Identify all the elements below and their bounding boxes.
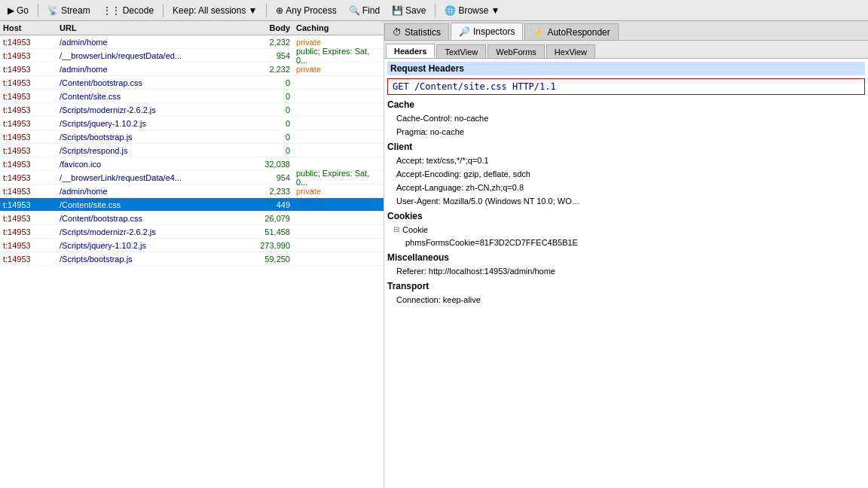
list-item-url: /Content/bootstrap.css: [57, 214, 240, 223]
header-item-0-1: Pragma: no-cache: [387, 125, 865, 139]
list-item-url: /Scripts/jquery-1.10.2.js: [57, 119, 240, 128]
list-item-body: 0: [240, 146, 293, 155]
list-item-url: /Content/bootstrap.css: [57, 78, 240, 87]
section-label-1: Client: [387, 142, 865, 152]
list-item[interactable]: t:14953/Scripts/jquery-1.10.2.js273,990: [0, 239, 384, 252]
cookie-value: phmsFormsCookie=81F3D2CD7FFEC4B5B1E: [387, 236, 865, 249]
list-item-host: t:14953: [0, 51, 57, 60]
list-item-url: /Scripts/modernizr-2.6.2.js: [57, 105, 240, 114]
list-item[interactable]: t:14953/Content/bootstrap.css26,079: [0, 212, 384, 225]
tab-textview[interactable]: TextView: [436, 44, 486, 58]
list-item-body: 51,458: [240, 227, 293, 236]
find-icon: 🔍: [349, 5, 360, 16]
any-process-button[interactable]: ⊕ Any Process: [271, 4, 341, 17]
list-item-url: /Scripts/respond.js: [57, 146, 240, 155]
list-item-body: 0: [240, 78, 293, 87]
tab-autoresponder[interactable]: ⚡ AutoResponder: [524, 23, 618, 40]
save-button[interactable]: 💾 Save: [387, 4, 430, 17]
list-item[interactable]: t:14953/Scripts/modernizr-2.6.2.js0: [0, 103, 384, 117]
inspector-panel: ⏱ Statistics 🔎 Inspectors ⚡ AutoResponde…: [384, 21, 868, 488]
list-item[interactable]: t:14953/Content/site.css449: [0, 198, 384, 212]
header-item-4-0: Connection: keep-alive: [387, 293, 865, 307]
list-item[interactable]: t:14953/admin/home2,232private: [0, 63, 384, 76]
list-item-body: 0: [240, 119, 293, 128]
tree-toggle-icon[interactable]: ⊟: [393, 223, 399, 236]
section-label-3: Miscellaneous: [387, 252, 865, 263]
list-item[interactable]: t:14953/__browserLink/requestData/ed...9…: [0, 49, 384, 63]
request-headers-banner: Request Headers: [387, 62, 865, 75]
list-item-url: /favicon.ico: [57, 160, 240, 169]
list-item-caching: public; Expires: Sat, 0...: [293, 169, 384, 187]
list-item-caching: public; Expires: Sat, 0...: [293, 47, 384, 65]
sections-container: CacheCache-Control: no-cachePragma: no-c…: [387, 99, 865, 307]
list-item-host: t:14953: [0, 105, 57, 114]
list-item-url: /Scripts/bootstrap.js: [57, 133, 240, 142]
list-item-body: 2,232: [240, 38, 293, 47]
list-item-body: 0: [240, 92, 293, 101]
list-item-url: /Scripts/modernizr-2.6.2.js: [57, 227, 240, 236]
list-item[interactable]: t:14953/__browserLink/requestData/e4...9…: [0, 171, 384, 185]
list-item-host: t:14953: [0, 92, 57, 101]
list-item-host: t:14953: [0, 241, 57, 250]
list-item[interactable]: t:14953/Content/bootstrap.css0: [0, 76, 384, 90]
list-item-body: 0: [240, 105, 293, 114]
list-item[interactable]: t:14953/Scripts/modernizr-2.6.2.js51,458: [0, 225, 384, 239]
tab-headers[interactable]: Headers: [386, 44, 435, 58]
list-item[interactable]: t:14953/Scripts/jquery-1.10.2.js0: [0, 117, 384, 130]
header-item-1-0: Accept: text/css,*/*;q=0.1: [387, 154, 865, 167]
list-item-body: 2,233: [240, 187, 293, 196]
go-icon: ▶: [8, 5, 14, 16]
tab-webforms[interactable]: WebForms: [487, 44, 545, 58]
tab-inspectors[interactable]: 🔎 Inspectors: [451, 23, 523, 40]
caching-column-header: Caching: [293, 23, 384, 32]
list-header: Host URL Body Caching: [0, 21, 384, 35]
list-item-host: t:14953: [0, 78, 57, 87]
cookie-tree-item: ⊟Cookie: [387, 223, 865, 236]
list-item-host: t:14953: [0, 65, 57, 74]
list-item-host: t:14953: [0, 119, 57, 128]
save-icon: 💾: [392, 5, 403, 16]
request-url-box: GET /Content/site.css HTTP/1.1: [387, 78, 865, 95]
keep-button[interactable]: Keep: All sessions ▼: [168, 4, 261, 17]
browse-button[interactable]: 🌐 Browse ▼: [440, 4, 504, 17]
list-item-host: t:14953: [0, 173, 57, 182]
list-item-host: t:14953: [0, 133, 57, 142]
list-item-body: 2,232: [240, 65, 293, 74]
list-item[interactable]: t:14953/Content/site.css0: [0, 90, 384, 103]
stream-button[interactable]: 📡 Stream: [43, 4, 95, 17]
host-column-header: Host: [0, 23, 57, 32]
list-item-body: 449: [240, 200, 293, 209]
request-content-area: Request Headers GET /Content/site.css HT…: [384, 59, 868, 488]
header-item-3-0: Referer: http://localhost:14953/admin/ho…: [387, 264, 865, 278]
list-item-caching: private: [293, 38, 384, 47]
tab-hexview[interactable]: HexView: [546, 44, 595, 58]
tab-statistics[interactable]: ⏱ Statistics: [384, 23, 449, 40]
body-column-header: Body: [240, 23, 293, 32]
list-item-host: t:14953: [0, 214, 57, 223]
separator-4: [435, 4, 436, 17]
list-item-host: t:14953: [0, 146, 57, 155]
list-item-url: /Content/site.css: [57, 200, 240, 209]
list-item[interactable]: t:14953/Scripts/bootstrap.js59,250: [0, 252, 384, 266]
list-item-body: 59,250: [240, 255, 293, 264]
header-item-1-3: User-Agent: Mozilla/5.0 (Windows NT 10.0…: [387, 194, 865, 208]
list-item-url: /admin/home: [57, 187, 240, 196]
top-tab-bar: ⏱ Statistics 🔎 Inspectors ⚡ AutoResponde…: [384, 21, 868, 41]
url-column-header: URL: [57, 23, 240, 32]
list-item-host: t:14953: [0, 227, 57, 236]
list-item[interactable]: t:14953/Scripts/bootstrap.js0: [0, 130, 384, 144]
list-item-body: 32,038: [240, 160, 293, 169]
decode-button[interactable]: ⋮⋮ Decode: [98, 4, 158, 17]
list-item-url: /__browserLink/requestData/e4...: [57, 173, 240, 182]
browse-icon: 🌐: [445, 5, 456, 16]
list-item[interactable]: t:14953/Scripts/respond.js0: [0, 144, 384, 157]
sub-tab-bar: Headers TextView WebForms HexView: [384, 41, 868, 59]
find-button[interactable]: 🔍 Find: [344, 4, 384, 17]
list-item-body: 954: [240, 173, 293, 182]
list-item-host: t:14953: [0, 160, 57, 169]
list-item-body: 954: [240, 51, 293, 60]
list-item[interactable]: t:14953/admin/home2,233private: [0, 185, 384, 198]
section-label-2: Cookies: [387, 211, 865, 221]
inspectors-icon: 🔎: [459, 26, 470, 37]
go-button[interactable]: ▶ Go: [3, 4, 33, 17]
